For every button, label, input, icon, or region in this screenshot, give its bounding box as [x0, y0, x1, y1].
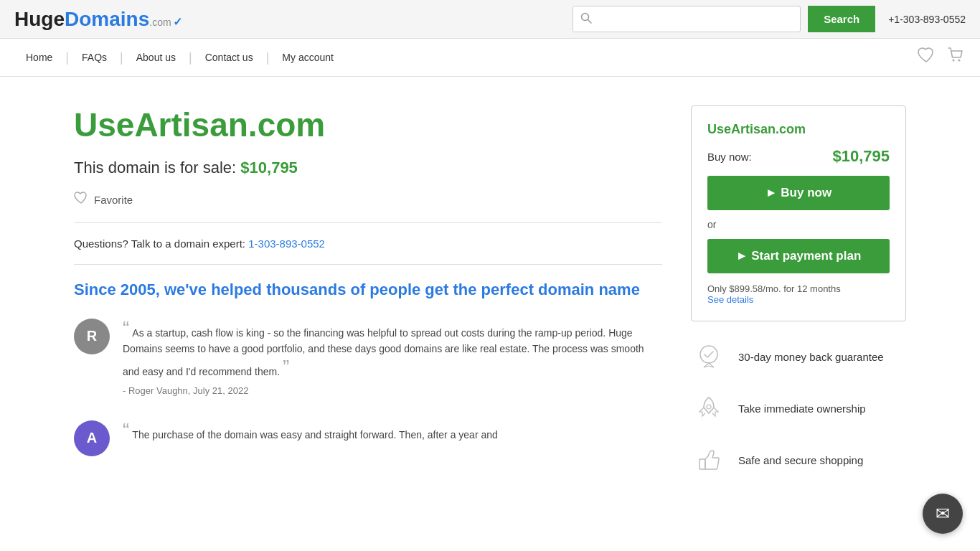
- divider-1: [74, 222, 662, 223]
- svg-point-4: [700, 346, 717, 363]
- svg-point-2: [953, 60, 955, 62]
- payment-details: Only $899.58/mo. for 12 months See detai…: [707, 283, 890, 305]
- nav-divider-2: |: [118, 50, 125, 65]
- trust-item-secure: Safe and secure shopping: [691, 442, 906, 478]
- heart-icon: [74, 192, 88, 208]
- left-content: UseArtisan.com This domain is for sale: …: [74, 105, 662, 478]
- right-sidebar: UseArtisan.com Buy now: $10,795 ► Buy no…: [691, 105, 906, 478]
- header-phone: +1-303-893-0552: [888, 14, 966, 25]
- trust-text-secure: Safe and secure shopping: [738, 454, 863, 466]
- nav-item-home[interactable]: Home: [14, 39, 64, 76]
- testimonial-1: R “As a startup, cash flow is king - so …: [74, 319, 662, 399]
- for-sale-text: This domain is for sale: $10,795: [74, 159, 662, 177]
- site-header: HugeDomains.com ✓ Search +1-303-893-0552: [0, 0, 980, 39]
- svg-point-5: [707, 405, 711, 409]
- nav-link-about[interactable]: About us: [125, 39, 187, 76]
- trust-item-guarantee: 30-day money back guarantee: [691, 339, 906, 375]
- thumbsup-icon: [691, 442, 727, 478]
- trust-text-ownership: Take immediate ownership: [738, 402, 866, 415]
- testimonial-2: A “The purchase of the domain was easy a…: [74, 420, 662, 456]
- search-button[interactable]: Search: [808, 6, 875, 32]
- nav-divider-3: |: [187, 50, 194, 65]
- testimonial-2-text: The purchase of the domain was easy and …: [132, 429, 497, 441]
- nav-item-contact[interactable]: Contact us: [194, 39, 265, 76]
- since-heading: Since 2005, we've helped thousands of pe…: [74, 279, 662, 301]
- expert-phone-link[interactable]: 1-303-893-0552: [248, 237, 325, 250]
- cart-icon[interactable]: [947, 47, 966, 68]
- svg-rect-6: [699, 459, 705, 469]
- divider-2: [74, 264, 662, 265]
- payment-info: Only $899.58/mo. for 12 months: [707, 283, 841, 294]
- testimonial-1-text: As a startup, cash flow is king - so the…: [123, 327, 644, 377]
- logo-com: .com: [149, 17, 171, 28]
- logo-checkmark: ✓: [173, 15, 182, 29]
- avatar-r: R: [74, 319, 110, 354]
- main-nav: Home | FAQs | About us | Contact us | My…: [0, 39, 980, 77]
- nav-links: Home | FAQs | About us | Contact us | My…: [14, 39, 345, 76]
- payment-plan-button[interactable]: ► Start payment plan: [707, 239, 890, 273]
- chat-icon: ✉: [936, 504, 950, 507]
- rocket-icon: [691, 390, 727, 426]
- for-sale-label: This domain is for sale:: [74, 159, 236, 176]
- expert-question: Questions? Talk to a domain expert: 1-30…: [74, 237, 662, 250]
- domain-price: $10,795: [240, 159, 298, 176]
- nav-item-about[interactable]: About us: [125, 39, 187, 76]
- testimonial-1-author: - Roger Vaughn, July 21, 2022: [123, 384, 662, 399]
- header-right: Search +1-303-893-0552: [573, 6, 966, 32]
- nav-divider-1: |: [64, 50, 70, 65]
- guarantee-icon: [691, 339, 727, 375]
- quote-close-1: ”: [283, 356, 289, 378]
- nav-link-faqs[interactable]: FAQs: [70, 39, 118, 76]
- favorite-label: Favorite: [94, 194, 133, 206]
- buy-now-label: Buy now:: [707, 151, 752, 163]
- nav-link-contact[interactable]: Contact us: [194, 39, 265, 76]
- favorites-icon[interactable]: [917, 47, 936, 68]
- logo[interactable]: HugeDomains.com ✓: [14, 8, 182, 31]
- quote-open-1: “: [123, 317, 129, 339]
- nav-link-home[interactable]: Home: [14, 39, 64, 76]
- testimonial-2-content: “The purchase of the domain was easy and…: [123, 420, 498, 456]
- see-details-link[interactable]: See details: [707, 294, 753, 305]
- favorite-button[interactable]: Favorite: [74, 192, 133, 208]
- nav-divider-4: |: [265, 50, 271, 65]
- nav-icons: [917, 47, 966, 68]
- svg-line-1: [588, 20, 592, 24]
- logo-huge: Huge: [14, 8, 65, 31]
- buy-now-button[interactable]: ► Buy now: [707, 176, 890, 210]
- sidebar-domain: UseArtisan.com: [707, 122, 890, 137]
- search-input[interactable]: [599, 8, 800, 31]
- svg-point-3: [958, 60, 961, 62]
- nav-link-account[interactable]: My account: [270, 39, 345, 76]
- domain-title: UseArtisan.com: [74, 105, 662, 144]
- testimonial-1-content: “As a startup, cash flow is king - so th…: [123, 319, 662, 399]
- nav-item-faqs[interactable]: FAQs: [70, 39, 118, 76]
- main-container: UseArtisan.com This domain is for sale: …: [60, 77, 920, 507]
- purchase-box: UseArtisan.com Buy now: $10,795 ► Buy no…: [691, 105, 906, 321]
- avatar-a: A: [74, 420, 110, 456]
- trust-text-guarantee: 30-day money back guarantee: [738, 351, 884, 363]
- buy-now-price: $10,795: [832, 147, 890, 166]
- trust-items: 30-day money back guarantee Take immedia…: [691, 339, 906, 478]
- search-bar: [573, 6, 801, 32]
- trust-item-ownership: Take immediate ownership: [691, 390, 906, 426]
- nav-item-account[interactable]: My account: [270, 39, 345, 76]
- buy-now-row: Buy now: $10,795: [707, 147, 890, 166]
- expert-question-text: Questions? Talk to a domain expert:: [74, 237, 245, 250]
- quote-open-2: “: [123, 419, 129, 441]
- chat-button[interactable]: ✉: [923, 494, 963, 507]
- logo-domains: Domains: [65, 8, 149, 31]
- or-text: or: [707, 219, 890, 230]
- search-icon: [573, 6, 599, 32]
